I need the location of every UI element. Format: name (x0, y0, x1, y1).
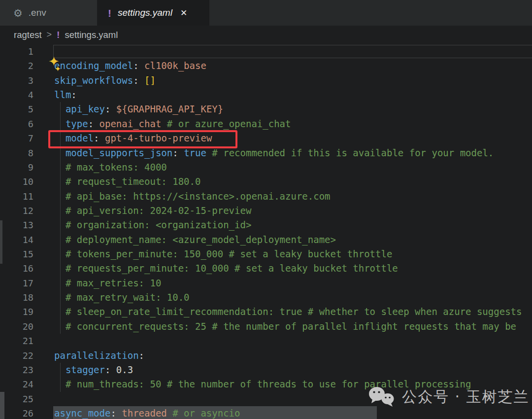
code-text: type: openai_chat # or azure_openai_chat (33, 117, 291, 131)
watermark-text: 公众号 · 玉树芝兰 (402, 387, 530, 407)
gear-icon: ⚙ (13, 8, 23, 18)
code-line-9[interactable]: 9 # max_tokens: 4000 (0, 160, 532, 175)
line-number: 21 (0, 334, 33, 348)
line-number: 18 (0, 290, 33, 305)
breadcrumb-folder[interactable]: ragtest (14, 30, 42, 40)
line-number: 9 (0, 160, 33, 175)
code-line-22[interactable]: 22parallelization: (0, 349, 532, 363)
close-tab-icon[interactable]: ✕ (180, 9, 187, 17)
line-number: 19 (0, 305, 33, 319)
line-number: 23 (0, 363, 33, 377)
code-line-4[interactable]: 4llm: (0, 88, 532, 102)
line-number: 10 (0, 175, 33, 189)
line-number: 7 (0, 131, 33, 145)
code-text: llm: (33, 88, 77, 102)
code-text: async_mode: threaded # or asyncio (33, 406, 240, 419)
code-text: # tokens_per_minute: 150_000 # set a lea… (33, 247, 392, 261)
breadcrumb: ragtest > ! settings.yaml (0, 26, 532, 44)
code-text (33, 334, 54, 348)
code-text: # sleep_on_rate_limit_recommendation: tr… (33, 305, 522, 319)
scrollbar-fragment (0, 392, 4, 419)
line-number: 4 (0, 88, 33, 102)
line-number: 16 (0, 261, 33, 276)
line-number: 22 (0, 349, 33, 363)
line-number: 2 (0, 59, 33, 73)
code-line-3[interactable]: 3skip_workflows: [] (0, 73, 532, 88)
line-number: 6 (0, 117, 33, 131)
code-text: # max_retry_wait: 10.0 (33, 290, 190, 305)
wechat-icon (366, 385, 396, 408)
code-text: # max_retries: 10 (33, 276, 161, 290)
current-line-border (53, 45, 532, 58)
code-line-14[interactable]: 14 # deployment_name: <azure_model_deplo… (0, 233, 532, 247)
code-line-17[interactable]: 17 # max_retries: 10 (0, 276, 532, 290)
yaml-file-icon: ! (57, 30, 60, 40)
code-text: stagger: 0.3 (33, 363, 133, 377)
line-number: 13 (0, 218, 33, 232)
code-line-12[interactable]: 12 # api_version: 2024-02-15-preview (0, 204, 532, 218)
code-line-6[interactable]: 6 type: openai_chat # or azure_openai_ch… (0, 117, 532, 131)
code-line-13[interactable]: 13 # organization: <organization_id> (0, 218, 532, 232)
code-text: # organization: <organization_id> (33, 218, 251, 232)
line-number: 20 (0, 319, 33, 334)
scrollbar-fragment (0, 220, 2, 264)
code-line-11[interactable]: 11 # api_base: https://<instance>.openai… (0, 189, 532, 204)
red-highlight-annotation (48, 130, 237, 148)
code-line-21[interactable]: 21 (0, 334, 532, 348)
sparkle-small-star: ✦ (55, 65, 61, 72)
line-number: 12 (0, 204, 33, 218)
line-number: 15 (0, 247, 33, 261)
line-number: 1 (0, 44, 33, 59)
code-editor[interactable]: ✦ ✦ 12encoding_model: cl100k_base3skip_w… (0, 44, 532, 419)
code-text: api_key: ${GRAPHRAG_API_KEY} (33, 102, 223, 116)
tab-env-label: .env (29, 7, 46, 18)
line-number: 11 (0, 189, 33, 204)
code-text: # max_tokens: 4000 (33, 160, 167, 175)
code-text: # deployment_name: <azure_model_deployme… (33, 233, 336, 247)
code-line-16[interactable]: 16 # requests_per_minute: 10_000 # set a… (0, 261, 532, 276)
code-line-10[interactable]: 10 # request_timeout: 180.0 (0, 175, 532, 189)
line-number: 24 (0, 377, 33, 391)
code-text: parallelization: (33, 349, 144, 363)
chevron-right-icon: > (47, 30, 52, 40)
code-line-18[interactable]: 18 # max_retry_wait: 10.0 (0, 290, 532, 305)
line-number: 3 (0, 73, 33, 88)
code-text: # request_timeout: 180.0 (33, 175, 200, 189)
line-number: 5 (0, 102, 33, 116)
code-text: # requests_per_minute: 10_000 # set a le… (33, 261, 398, 276)
code-line-5[interactable]: 5 api_key: ${GRAPHRAG_API_KEY} (0, 102, 532, 116)
line-number: 8 (0, 146, 33, 160)
tab-settings-yaml[interactable]: ! settings.yaml ✕ (97, 0, 209, 26)
yaml-file-icon: ! (108, 8, 111, 18)
code-line-15[interactable]: 15 # tokens_per_minute: 150_000 # set a … (0, 247, 532, 261)
editor-tab-bar: ⚙ .env ! settings.yaml ✕ (0, 0, 532, 26)
code-text: # api_base: https://<instance>.openai.az… (33, 189, 331, 204)
code-line-2[interactable]: 2encoding_model: cl100k_base (0, 59, 532, 73)
wechat-watermark: 公众号 · 玉树芝兰 (366, 385, 530, 408)
sparkle-ai-icon[interactable]: ✦ ✦ (48, 55, 68, 76)
tab-env[interactable]: ⚙ .env (0, 0, 97, 26)
code-line-23[interactable]: 23 stagger: 0.3 (0, 363, 532, 377)
code-text: # concurrent_requests: 25 # the number o… (33, 319, 516, 334)
code-text (33, 392, 54, 406)
code-line-19[interactable]: 19 # sleep_on_rate_limit_recommendation:… (0, 305, 532, 319)
line-number: 17 (0, 276, 33, 290)
breadcrumb-file[interactable]: settings.yaml (65, 30, 118, 40)
code-text: # api_version: 2024-02-15-preview (33, 204, 251, 218)
line-number: 14 (0, 233, 33, 247)
code-line-20[interactable]: 20 # concurrent_requests: 25 # the numbe… (0, 319, 532, 334)
tab-settings-label: settings.yaml (118, 7, 172, 18)
line-number: 26 (0, 406, 33, 419)
code-line-1[interactable]: 1 (0, 44, 532, 59)
line-number: 25 (0, 392, 33, 406)
